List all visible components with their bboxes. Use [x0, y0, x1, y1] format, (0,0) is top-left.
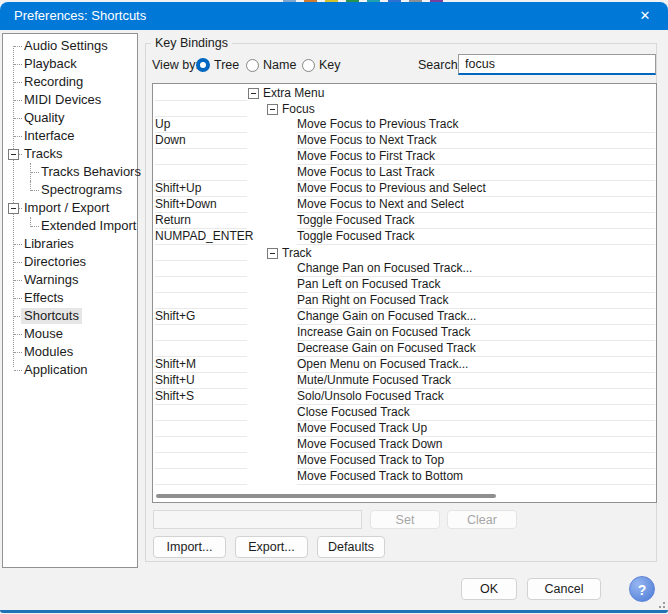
binding-key-cell: Down	[155, 133, 247, 149]
binding-command-label: Move Focus to Previous Track	[297, 117, 458, 132]
sidebar-item-label: Import / Export	[21, 200, 112, 216]
key-binding-row[interactable]: Extra Menu	[153, 85, 656, 101]
sidebar-item-application[interactable]: Application	[3, 361, 137, 379]
key-bindings-tree[interactable]: Extra MenuFocusUpMove Focus to Previous …	[152, 83, 657, 503]
view-by-key-radio[interactable]: Key	[302, 57, 341, 73]
collapse-icon[interactable]	[267, 104, 278, 115]
key-binding-row[interactable]: NUMPAD_ENTERToggle Focused Track	[153, 229, 656, 245]
sidebar-item-mouse[interactable]: Mouse	[3, 325, 137, 343]
key-binding-row[interactable]: Increase Gain on Focused Track	[153, 325, 656, 341]
binding-command-cell: Change Gain on Focused Track...	[297, 309, 655, 325]
key-binding-row[interactable]: Move Focused Track Up	[153, 421, 656, 437]
key-binding-row[interactable]: Shift+UMute/Unmute Focused Track	[153, 373, 656, 389]
key-binding-row[interactable]: Focus	[153, 101, 656, 117]
key-binding-row[interactable]: Move Focused Track Down	[153, 437, 656, 453]
sidebar-item-warnings[interactable]: Warnings	[3, 271, 137, 289]
sidebar-item-label: Quality	[21, 110, 67, 126]
import-button[interactable]: Import...	[153, 536, 226, 558]
key-binding-row[interactable]: DownMove Focus to Next Track	[153, 133, 656, 149]
search-input[interactable]	[458, 54, 656, 75]
collapse-icon[interactable]	[248, 88, 259, 99]
key-binding-row[interactable]: UpMove Focus to Previous Track	[153, 117, 656, 133]
key-binding-row[interactable]: Shift+UpMove Focus to Previous and Selec…	[153, 181, 656, 197]
binding-key-cell: Shift+M	[155, 357, 247, 373]
binding-command-label: Decrease Gain on Focused Track	[297, 341, 476, 356]
sidebar-item-directories[interactable]: Directories	[3, 253, 137, 271]
defaults-button[interactable]: Defaults	[317, 536, 385, 558]
sidebar-item-playback[interactable]: Playback	[3, 55, 137, 73]
sidebar-item-audio-settings[interactable]: Audio Settings	[3, 37, 137, 55]
view-by-tree-radio[interactable]: Tree	[196, 57, 239, 73]
horizontal-scrollbar[interactable]	[156, 494, 496, 498]
binding-group-header: Extra Menu	[248, 85, 655, 101]
sidebar-item-midi-devices[interactable]: MIDI Devices	[3, 91, 137, 109]
key-binding-row[interactable]: Decrease Gain on Focused Track	[153, 341, 656, 357]
sidebar-item-recording[interactable]: Recording	[3, 73, 137, 91]
binding-command-cell: Solo/Unsolo Focused Track	[297, 389, 655, 405]
key-binding-row[interactable]: Shift+SSolo/Unsolo Focused Track	[153, 389, 656, 405]
key-binding-row[interactable]: Move Focused Track to Top	[153, 453, 656, 469]
key-binding-row[interactable]: Shift+MOpen Menu on Focused Track...	[153, 357, 656, 373]
binding-command-cell: Change Pan on Focused Track...	[297, 261, 655, 277]
key-binding-row[interactable]: Move Focus to Last Track	[153, 165, 656, 181]
key-binding-row[interactable]: Move Focus to First Track	[153, 149, 656, 165]
binding-command-label: Solo/Unsolo Focused Track	[297, 389, 444, 404]
key-binding-row[interactable]: Move Focused Track to Bottom	[153, 469, 656, 485]
ok-button[interactable]: OK	[461, 578, 517, 600]
window-bottom-edge	[0, 610, 668, 613]
key-binding-row[interactable]: Pan Left on Focused Track	[153, 277, 656, 293]
sidebar-item-libraries[interactable]: Libraries	[3, 235, 137, 253]
key-binding-row[interactable]: ReturnToggle Focused Track	[153, 213, 656, 229]
collapse-icon[interactable]	[8, 149, 19, 160]
resize-grip-icon[interactable]	[656, 599, 665, 608]
key-binding-row[interactable]: Shift+GChange Gain on Focused Track...	[153, 309, 656, 325]
binding-command-label: Toggle Focused Track	[297, 229, 414, 244]
sidebar-item-label: Directories	[21, 254, 89, 270]
key-binding-row[interactable]: Pan Right on Focused Track	[153, 293, 656, 309]
key-bindings-group-label: Key Bindings	[151, 36, 232, 50]
binding-key-cell	[155, 85, 247, 101]
key-binding-row[interactable]: Close Focused Track	[153, 405, 656, 421]
help-icon[interactable]: ?	[629, 576, 655, 602]
sidebar-item-tracks-behaviors[interactable]: Tracks Behaviors	[3, 163, 137, 181]
clear-button[interactable]: Clear	[447, 510, 517, 529]
binding-command-label: Focus	[282, 102, 315, 117]
collapse-icon[interactable]	[267, 248, 278, 259]
set-button[interactable]: Set	[370, 510, 440, 529]
view-by-name-radio[interactable]: Name	[246, 57, 296, 73]
sidebar-item-import-export[interactable]: Import / Export	[3, 199, 137, 217]
sidebar-item-label: Shortcuts	[21, 308, 82, 324]
hotkey-input[interactable]	[153, 510, 362, 529]
binding-key-cell	[155, 421, 247, 437]
binding-command-cell: Decrease Gain on Focused Track	[297, 341, 655, 357]
key-binding-row[interactable]: Track	[153, 245, 656, 261]
cancel-button[interactable]: Cancel	[527, 578, 601, 600]
sidebar-item-modules[interactable]: Modules	[3, 343, 137, 361]
binding-command-cell: Increase Gain on Focused Track	[297, 325, 655, 341]
sidebar-item-interface[interactable]: Interface	[3, 127, 137, 145]
binding-command-cell: Move Focused Track Up	[297, 421, 655, 437]
binding-command-label: Toggle Focused Track	[297, 213, 414, 228]
sidebar-item-spectrograms[interactable]: Spectrograms	[3, 181, 137, 199]
binding-command-label: Move Focused Track Down	[297, 437, 442, 452]
sidebar-item-effects[interactable]: Effects	[3, 289, 137, 307]
binding-key-cell: Shift+G	[155, 309, 247, 325]
key-binding-row[interactable]: Change Pan on Focused Track...	[153, 261, 656, 277]
export-button[interactable]: Export...	[235, 536, 308, 558]
key-binding-row[interactable]: Shift+DownMove Focus to Next and Select	[153, 197, 656, 213]
sidebar-item-quality[interactable]: Quality	[3, 109, 137, 127]
binding-command-cell: Move Focus to Previous and Select	[297, 181, 655, 197]
binding-command-cell: Close Focused Track	[297, 405, 655, 421]
sidebar-item-extended-import[interactable]: Extended Import	[3, 217, 137, 235]
binding-command-label: Move Focus to First Track	[297, 149, 435, 164]
sidebar-item-tracks[interactable]: Tracks	[3, 145, 137, 163]
binding-command-label: Move Focused Track Up	[297, 421, 427, 436]
title-bar[interactable]: Preferences: Shortcuts ✕	[0, 2, 668, 30]
close-icon[interactable]: ✕	[622, 2, 668, 30]
binding-command-label: Move Focus to Next and Select	[297, 197, 464, 212]
sidebar-item-shortcuts[interactable]: Shortcuts	[3, 307, 137, 325]
binding-command-cell: Toggle Focused Track	[297, 213, 655, 229]
binding-command-cell: Move Focused Track to Bottom	[297, 469, 655, 485]
collapse-icon[interactable]	[8, 203, 19, 214]
binding-command-cell: Pan Left on Focused Track	[297, 277, 655, 293]
